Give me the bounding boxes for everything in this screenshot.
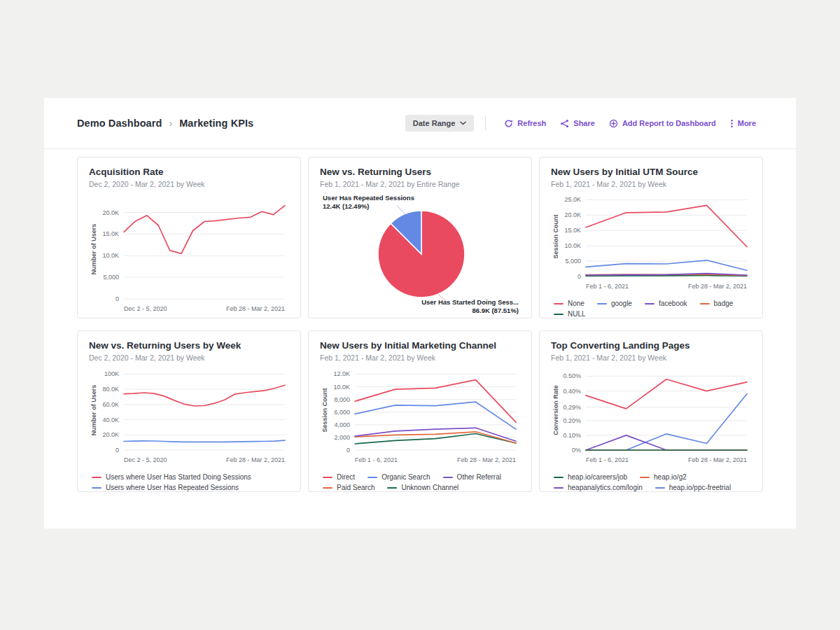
- add-report-button[interactable]: Add Report to Dashboard: [609, 119, 716, 128]
- legend-label: Paid Search: [337, 484, 374, 492]
- legend-swatch: [554, 477, 564, 478]
- svg-text:6,000: 6,000: [334, 409, 350, 416]
- legend-item: heapanalytics.com/login: [554, 484, 643, 492]
- more-label: More: [738, 119, 756, 127]
- svg-text:15.0K: 15.0K: [564, 227, 581, 234]
- svg-text:5,000: 5,000: [103, 274, 119, 281]
- plus-circle-icon: [609, 119, 618, 128]
- report-card-new-users-by-marketing-channel[interactable]: New Users by Initial Marketing Channel F…: [308, 330, 532, 492]
- svg-text:Feb 1 - 6, 2021: Feb 1 - 6, 2021: [586, 283, 629, 290]
- legend-label: Direct: [337, 473, 355, 482]
- legend-label: None: [568, 300, 584, 308]
- legend-swatch: [387, 487, 397, 489]
- chevron-down-icon: [460, 121, 466, 125]
- legend-label: heap.io/ppc-freetrial: [669, 484, 731, 492]
- legend-swatch: [323, 477, 332, 478]
- svg-text:25.0K: 25.0K: [564, 196, 581, 203]
- svg-text:Feb 28 - Mar 2, 2021: Feb 28 - Mar 2, 2021: [688, 456, 747, 463]
- line-chart: 0%0.10%0.20%0.29%0.40%0.50%Conversion Ra…: [551, 365, 751, 470]
- legend-label: badge: [714, 300, 734, 308]
- share-icon: [560, 119, 569, 128]
- report-title: New Users by Initial Marketing Channel: [320, 340, 520, 351]
- report-card-acquisition-rate[interactable]: Acquisition Rate Dec 2, 2020 - Mar 2, 20…: [77, 157, 301, 318]
- report-card-new-vs-returning-users-by-week[interactable]: New vs. Returning Users by Week Dec 2, 2…: [77, 330, 301, 492]
- line-chart: 05,00010.0K15.0K20.0KNumber of UsersDec …: [89, 191, 289, 318]
- legend-item: Other Referral: [443, 473, 501, 482]
- dashboard-header: Demo Dashboard › Marketing KPIs Date Ran…: [44, 98, 796, 149]
- svg-text:8,000: 8,000: [334, 396, 350, 403]
- chart-legend: Users where User Has Started Doing Sessi…: [89, 473, 289, 492]
- legend-swatch: [323, 487, 332, 489]
- report-title: New vs. Returning Users: [320, 167, 520, 177]
- legend-label: heap.io/careers/job: [568, 473, 627, 482]
- svg-text:Number of Users: Number of Users: [90, 224, 97, 275]
- report-date-range: Dec 2, 2020 - Mar 2, 2021 by Week: [89, 180, 289, 188]
- svg-text:0: 0: [346, 447, 350, 454]
- legend-item: None: [554, 300, 584, 308]
- date-range-label: Date Range: [413, 119, 456, 127]
- svg-text:40.0K: 40.0K: [102, 416, 119, 424]
- svg-text:0.20%: 0.20%: [563, 417, 581, 424]
- line-chart: 02,0004,0006,0008,00010.0K12.0KSession C…: [320, 365, 520, 470]
- legend-item: heap.io/g2: [640, 473, 687, 482]
- svg-text:0.50%: 0.50%: [563, 372, 581, 379]
- report-card-top-converting-landing-pages[interactable]: Top Converting Landing Pages Feb 1, 2021…: [539, 330, 763, 492]
- svg-text:80.0K: 80.0K: [102, 386, 119, 393]
- svg-text:0%: 0%: [572, 447, 581, 454]
- legend-item: heap.io/ppc-freetrial: [655, 484, 731, 492]
- share-button[interactable]: Share: [560, 119, 595, 128]
- breadcrumb-report-title: Marketing KPIs: [179, 118, 253, 129]
- legend-label: NULL: [568, 310, 586, 318]
- legend-label: Unknown Channel: [401, 484, 458, 492]
- legend-swatch: [92, 487, 102, 489]
- line-chart: 020.0K40.0K60.0K80.0K100KNumber of Users…: [89, 365, 289, 470]
- svg-text:0.10%: 0.10%: [563, 432, 581, 439]
- breadcrumb: Demo Dashboard › Marketing KPIs: [77, 118, 253, 129]
- svg-text:5,000: 5,000: [565, 258, 581, 265]
- legend-label: Users where User Has Repeated Sessions: [106, 484, 239, 492]
- dashboard-panel: Demo Dashboard › Marketing KPIs Date Ran…: [44, 98, 796, 528]
- report-title: Top Converting Landing Pages: [551, 340, 751, 351]
- svg-text:12.4K (12.49%): 12.4K (12.49%): [323, 202, 370, 210]
- report-date-range: Feb 1, 2021 - Mar 2, 2021 by Week: [551, 180, 751, 188]
- svg-text:20.0K: 20.0K: [102, 209, 119, 216]
- report-card-new-vs-returning-users[interactable]: New vs. Returning Users Feb 1, 2021 - Ma…: [308, 157, 532, 318]
- line-chart: 05,00010.0K15.0K20.0K25.0KSession CountF…: [551, 191, 751, 296]
- legend-swatch: [640, 477, 650, 478]
- app-background: Demo Dashboard › Marketing KPIs Date Ran…: [0, 0, 840, 630]
- svg-text:Session Count: Session Count: [321, 388, 328, 432]
- date-range-button[interactable]: Date Range: [405, 115, 475, 132]
- legend-item: Organic Search: [368, 473, 430, 482]
- refresh-label: Refresh: [517, 119, 546, 127]
- legend-item: badge: [700, 300, 734, 308]
- svg-text:12.0K: 12.0K: [333, 370, 350, 377]
- report-date-range: Feb 1, 2021 - Mar 2, 2021 by Week: [320, 354, 520, 362]
- legend-swatch: [554, 303, 564, 304]
- breadcrumb-dashboard-link[interactable]: Demo Dashboard: [77, 118, 162, 129]
- svg-text:0: 0: [115, 295, 119, 302]
- svg-text:Conversion Rate: Conversion Rate: [552, 385, 559, 435]
- more-button[interactable]: More: [730, 119, 756, 128]
- legend-swatch: [554, 487, 564, 489]
- legend-label: Other Referral: [457, 473, 501, 482]
- legend-item: Unknown Channel: [387, 484, 458, 492]
- legend-label: Users where User Has Started Doing Sessi…: [106, 473, 251, 482]
- add-report-label: Add Report to Dashboard: [622, 119, 716, 127]
- svg-text:20.0K: 20.0K: [102, 431, 119, 438]
- svg-text:100K: 100K: [104, 370, 119, 377]
- legend-item: NULL: [554, 310, 586, 318]
- report-title: New vs. Returning Users by Week: [89, 340, 289, 351]
- report-card-new-users-by-utm-source[interactable]: New Users by Initial UTM Source Feb 1, 2…: [539, 157, 763, 318]
- svg-text:2,000: 2,000: [334, 434, 350, 441]
- header-toolbar: Date Range Refresh Share: [405, 115, 763, 132]
- refresh-button[interactable]: Refresh: [504, 119, 546, 128]
- refresh-icon: [504, 119, 513, 128]
- svg-text:Dec 2 - 5, 2020: Dec 2 - 5, 2020: [124, 456, 167, 463]
- legend-swatch: [368, 477, 377, 478]
- pie-chart: User Has Started Doing Sess...86.9K (87.…: [320, 191, 520, 318]
- legend-swatch: [645, 303, 654, 304]
- svg-text:Feb 28 - Mar 2, 2021: Feb 28 - Mar 2, 2021: [457, 456, 516, 463]
- legend-item: Direct: [323, 473, 355, 482]
- report-date-range: Dec 2, 2020 - Mar 2, 2021 by Week: [89, 354, 289, 362]
- legend-swatch: [554, 314, 564, 315]
